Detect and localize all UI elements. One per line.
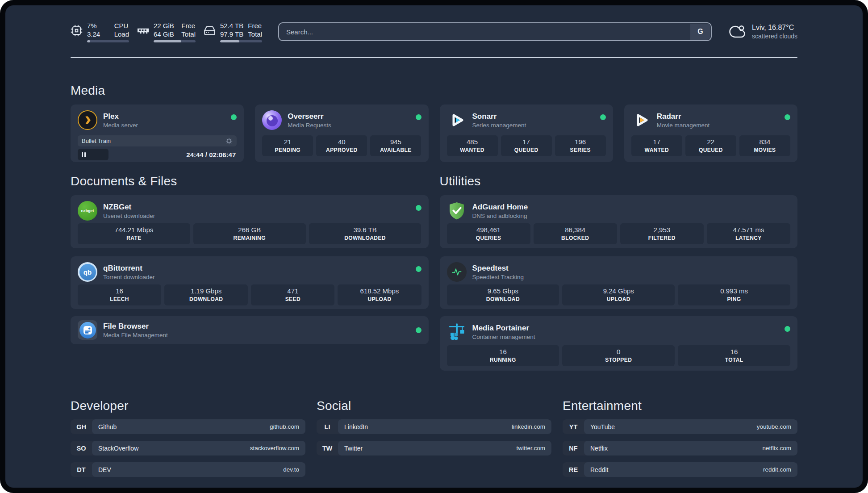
app-name: Media Portainer xyxy=(472,323,535,333)
stat-box: 9.65 GbpsDOWNLOAD xyxy=(447,284,559,305)
link-url: github.com xyxy=(270,423,299,430)
ram-total-value: 64 GiB xyxy=(154,30,174,38)
now-playing-bar: Bullet Train xyxy=(78,135,237,146)
disk-free-label: Free xyxy=(248,21,262,30)
link-abbr: GH xyxy=(71,419,92,434)
stat-box: 22QUEUED xyxy=(685,135,736,156)
weather-location-temp: Lviv, 16.87°C xyxy=(752,23,797,32)
cpu-stat: 7% 3.24 CPU Load xyxy=(71,21,129,42)
link-name: YouTube xyxy=(590,423,615,430)
link-name: Twitter xyxy=(344,445,363,452)
gear-icon[interactable] xyxy=(225,138,233,145)
link-abbr: TW xyxy=(317,441,338,455)
stat-box: 196SERIES xyxy=(555,135,606,156)
ram-total-label: Total xyxy=(181,30,196,38)
link-url: stackoverflow.com xyxy=(250,445,299,451)
app-subtitle: Media File Management xyxy=(103,331,168,339)
link-url: twitter.com xyxy=(516,445,545,451)
stat-box: 744.21 MbpsRATE xyxy=(78,223,190,244)
stat-box: 945AVAILABLE xyxy=(370,135,421,156)
link-netflix[interactable]: NF Netflixnetflix.com xyxy=(563,441,797,455)
app-card-speedtest[interactable]: Speedtest Speedtest Tracking 9.65 GbpsDO… xyxy=(440,256,798,309)
stat-box: 1.19 GbpsDOWNLOAD xyxy=(164,284,248,305)
app-card-radarr[interactable]: Radarr Movie management 17WANTED 22QUEUE… xyxy=(624,104,797,162)
weather-widget: Lviv, 16.87°C scattered clouds xyxy=(728,23,797,40)
sonarr-icon xyxy=(447,110,467,130)
cpu-progress-bar xyxy=(87,40,129,42)
memory-stat: 22 GiB 64 GiB Free Total xyxy=(137,21,196,42)
app-name: Speedtest xyxy=(472,263,524,273)
cpu-load-label: Load xyxy=(114,30,129,38)
app-card-portainer[interactable]: Media Portainer Container management 16R… xyxy=(440,316,798,371)
link-abbr: SO xyxy=(71,441,92,455)
app-subtitle: Container management xyxy=(472,333,535,341)
app-card-adguard-home[interactable]: AdGuard Home DNS and adblocking 498,461Q… xyxy=(440,195,798,248)
overseerr-icon xyxy=(262,110,282,130)
status-online-dot xyxy=(416,114,421,120)
app-card-sonarr[interactable]: Sonarr Series management 485WANTED 17QUE… xyxy=(440,104,613,162)
stat-box: 2,953FILTERED xyxy=(620,223,704,244)
link-abbr: LI xyxy=(317,419,338,434)
search-input[interactable] xyxy=(279,23,711,40)
app-name: AdGuard Home xyxy=(472,202,528,212)
hard-drive-icon xyxy=(204,25,216,37)
stat-box: 16RUNNING xyxy=(447,345,559,366)
app-card-qbittorrent[interactable]: qb qBittorrent Torrent downloader 16LEEC… xyxy=(71,256,429,309)
link-abbr: NF xyxy=(563,441,584,455)
app-subtitle: DNS and adblocking xyxy=(472,212,528,220)
ram-icon xyxy=(137,25,149,37)
ram-progress-bar xyxy=(154,40,196,42)
section-utilities: Utilities AdGuard Home xyxy=(440,174,798,371)
status-online-dot xyxy=(785,114,790,120)
stat-box: 266 GBREMAINING xyxy=(193,223,306,244)
ram-free-label: Free xyxy=(181,21,196,30)
link-abbr: RE xyxy=(563,462,584,477)
stat-box: 17WANTED xyxy=(631,135,682,156)
link-abbr: DT xyxy=(71,462,92,477)
adguard-shield-icon xyxy=(447,201,467,221)
status-online-dot xyxy=(416,327,421,333)
now-playing-progress: 24:44 / 02:06:47 xyxy=(78,149,237,160)
now-playing-progress-fill xyxy=(78,149,108,160)
link-stackoverflow[interactable]: SO StackOverflowstackoverflow.com xyxy=(71,441,305,455)
app-card-overseerr[interactable]: Overseerr Media Requests 21PENDING 40APP… xyxy=(255,104,428,162)
app-card-plex[interactable]: Plex Media server Bullet Train xyxy=(71,104,244,162)
link-github[interactable]: GH Githubgithub.com xyxy=(71,419,305,434)
section-documents: Documents & Files nzbget NZBGet Usenet d… xyxy=(71,174,429,371)
file-browser-icon xyxy=(78,320,97,340)
dashboard-page: 7% 3.24 CPU Load xyxy=(5,5,863,488)
section-media: Media Plex Media server Bullet Train xyxy=(71,83,797,162)
link-linkedin[interactable]: LI LinkedInlinkedin.com xyxy=(317,419,551,434)
app-card-nzbget[interactable]: nzbget NZBGet Usenet downloader 744.21 M… xyxy=(71,195,429,248)
link-twitter[interactable]: TW Twittertwitter.com xyxy=(317,441,551,455)
disk-total-value: 97.9 TB xyxy=(220,30,243,38)
stat-box: 16LEECH xyxy=(78,284,161,305)
link-name: Reddit xyxy=(590,466,608,473)
stat-box: 40APPROVED xyxy=(316,135,367,156)
plex-icon xyxy=(78,110,97,130)
stat-box: 9.24 GbpsUPLOAD xyxy=(562,284,675,305)
link-name: Netflix xyxy=(590,445,608,452)
section-developer: Developer GH Githubgithub.com SO StackOv… xyxy=(71,398,305,477)
link-dev-to[interactable]: DT DEVdev.to xyxy=(71,462,305,477)
cpu-usage-value: 7% xyxy=(87,21,100,30)
link-name: StackOverflow xyxy=(98,445,138,452)
app-subtitle: Media Requests xyxy=(288,121,331,129)
status-online-dot xyxy=(600,114,606,120)
stat-box: 485WANTED xyxy=(447,135,498,156)
app-subtitle: Speedtest Tracking xyxy=(472,273,524,281)
stat-box: 17QUEUED xyxy=(501,135,552,156)
link-url: reddit.com xyxy=(763,466,791,473)
search-engine-button[interactable]: G xyxy=(690,24,710,40)
app-subtitle: Usenet downloader xyxy=(103,212,155,220)
stat-box: 0STOPPED xyxy=(562,345,675,366)
stat-box: 86,384BLOCKED xyxy=(534,223,617,244)
app-name: Plex xyxy=(103,112,138,121)
link-youtube[interactable]: YT YouTubeyoutube.com xyxy=(563,419,797,434)
app-name: NZBGet xyxy=(103,202,155,212)
link-name: DEV xyxy=(98,466,111,473)
app-card-file-browser[interactable]: File Browser Media File Management xyxy=(71,316,429,344)
pause-icon xyxy=(82,152,86,157)
scattered-clouds-icon xyxy=(728,24,747,40)
link-reddit[interactable]: RE Redditreddit.com xyxy=(563,462,797,477)
